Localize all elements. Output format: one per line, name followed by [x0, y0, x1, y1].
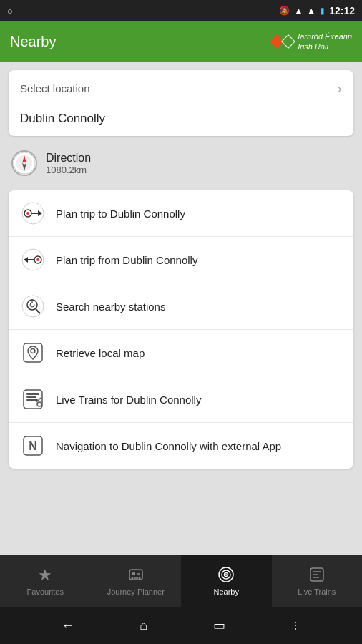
- navigation-label: Navigation to Dublin Connolly with exter…: [56, 440, 281, 452]
- direction-compass-icon: [11, 150, 37, 176]
- location-card[interactable]: Select location › Dublin Connolly: [9, 70, 353, 136]
- svg-point-6: [26, 212, 29, 215]
- nav-live-trains[interactable]: Live Trains: [272, 555, 363, 607]
- location-value: Dublin Connolly: [20, 112, 105, 125]
- nearby-icon: [217, 566, 235, 583]
- svg-text:N: N: [29, 440, 37, 452]
- plan-from-icon: [20, 247, 46, 273]
- status-left: ○: [7, 6, 13, 16]
- svg-point-37: [225, 574, 227, 575]
- system-nav: ← ⌂ ▭ ⋮: [0, 607, 362, 644]
- battery-icon: ▮: [320, 6, 325, 16]
- location-header: Select location ›: [20, 80, 342, 97]
- svg-rect-29: [132, 572, 135, 575]
- plan-from-label: Plan trip from Dublin Connolly: [56, 254, 197, 266]
- direction-distance: 1080.2km: [46, 165, 351, 175]
- recents-button[interactable]: ▭: [213, 618, 225, 633]
- map-icon: [20, 340, 46, 366]
- location-divider: [20, 104, 342, 104]
- logo-diamonds: [272, 36, 293, 47]
- navigation-external-button[interactable]: N Navigation to Dublin Connolly with ext…: [9, 423, 353, 469]
- circle-icon: ○: [7, 6, 13, 16]
- location-label: Select location: [20, 82, 90, 94]
- nav-journey-label: Journey Planner: [107, 587, 165, 596]
- retrieve-map-button[interactable]: Retrieve local map: [9, 330, 353, 376]
- plan-to-label: Plan trip to Dublin Connolly: [56, 208, 185, 220]
- nav-nearby-label: Nearby: [214, 587, 239, 596]
- back-button[interactable]: ←: [62, 618, 74, 633]
- search-nearby-button[interactable]: Search nearby stations: [9, 283, 353, 330]
- action-list: Plan trip to Dublin Connolly Plan trip f…: [9, 190, 353, 469]
- nav-nearby[interactable]: Nearby: [181, 555, 272, 607]
- navigation-icon: N: [20, 433, 46, 459]
- direction-row: Direction 1080.2km: [9, 145, 353, 182]
- svg-rect-24: [26, 399, 38, 401]
- irish-rail-logo: Iarnród Éireann Irish Rail: [272, 31, 352, 52]
- plan-trip-to-button[interactable]: Plan trip to Dublin Connolly: [9, 190, 353, 237]
- search-nearby-label: Search nearby stations: [56, 301, 165, 313]
- home-button[interactable]: ⌂: [140, 618, 147, 633]
- live-trains-label: Live Trains for Dublin Connolly: [56, 394, 201, 406]
- menu-button[interactable]: ⋮: [290, 620, 300, 631]
- svg-rect-23: [26, 396, 36, 398]
- live-trains-button[interactable]: Live Trains for Dublin Connolly: [9, 376, 353, 423]
- direction-label: Direction: [46, 152, 351, 165]
- app-header: Nearby Iarnród Éireann Irish Rail: [0, 21, 362, 62]
- bottom-nav: ★ Favourites Journey Planner Nearby: [0, 555, 362, 607]
- nav-favourites[interactable]: ★ Favourites: [0, 555, 91, 607]
- journey-planner-icon: [127, 566, 145, 583]
- plan-to-icon: [20, 200, 46, 226]
- svg-point-14: [22, 296, 44, 317]
- logo-text: Iarnród Éireann Irish Rail: [298, 31, 352, 52]
- status-right: 🔕 ▲ ▲ ▮ 12:12: [279, 5, 355, 16]
- svg-point-31: [131, 577, 133, 580]
- retrieve-map-label: Retrieve local map: [56, 347, 145, 359]
- live-trains-icon: [20, 386, 46, 412]
- plan-trip-from-button[interactable]: Plan trip from Dublin Connolly: [9, 237, 353, 283]
- status-bar: ○ 🔕 ▲ ▲ ▮ 12:12: [0, 0, 362, 21]
- page-title: Nearby: [10, 34, 56, 50]
- direction-text: Direction 1080.2km: [46, 152, 351, 175]
- chevron-right-icon: ›: [337, 80, 342, 97]
- mute-icon: 🔕: [279, 6, 290, 16]
- svg-point-32: [138, 577, 140, 580]
- search-nearby-icon: [20, 293, 46, 319]
- live-trains-nav-icon: [308, 566, 326, 583]
- content-area: Select location › Dublin Connolly Direct…: [0, 62, 362, 486]
- nav-journey-planner[interactable]: Journey Planner: [91, 555, 182, 607]
- svg-point-11: [36, 258, 39, 261]
- svg-rect-22: [26, 393, 39, 395]
- nav-live-trains-label: Live Trains: [298, 587, 336, 596]
- nav-favourites-label: Favourites: [27, 587, 64, 596]
- favourites-icon: ★: [38, 566, 52, 585]
- status-time: 12:12: [329, 5, 355, 16]
- diamond-green: [281, 34, 295, 49]
- network-icon: ▲: [307, 6, 315, 16]
- wifi-icon: ▲: [294, 6, 303, 16]
